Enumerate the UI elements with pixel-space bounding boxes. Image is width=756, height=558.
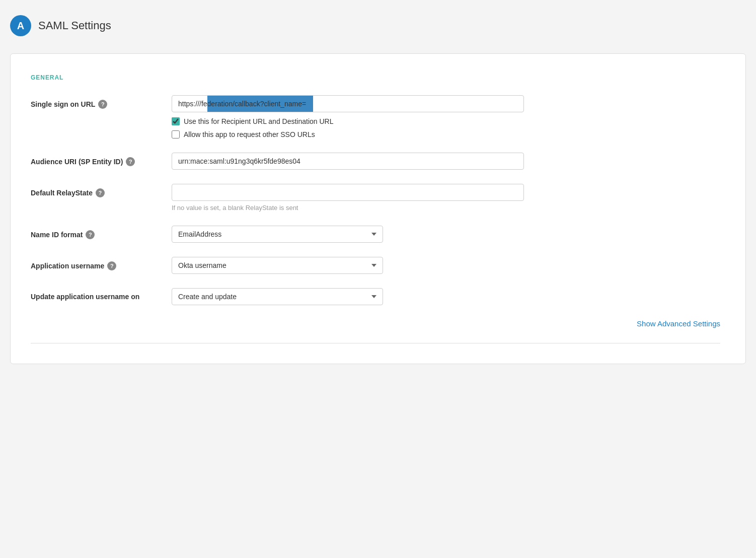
page-header: A SAML Settings (10, 10, 746, 41)
sso-url-input[interactable] (172, 95, 524, 112)
allow-sso-checkbox[interactable] (172, 130, 180, 138)
relay-state-label: Default RelayState ? (31, 184, 162, 197)
update-username-select[interactable]: Create and update Create only (172, 288, 383, 305)
audience-uri-help-icon[interactable]: ? (126, 157, 135, 166)
name-id-format-help-icon[interactable]: ? (86, 230, 95, 239)
relay-state-help-icon[interactable]: ? (96, 188, 105, 197)
name-id-format-select[interactable]: EmailAddress Unspecified x509SubjectName… (172, 226, 383, 243)
name-id-format-controls: EmailAddress Unspecified x509SubjectName… (172, 226, 524, 243)
card-divider (31, 343, 720, 343)
allow-sso-label[interactable]: Allow this app to request other SSO URLs (184, 130, 315, 138)
sso-url-label: Single sign on URL ? (31, 95, 162, 109)
app-username-help-icon[interactable]: ? (107, 261, 116, 270)
sso-url-controls: Use this for Recipient URL and Destinati… (172, 95, 524, 138)
show-advanced-settings-link[interactable]: Show Advanced Settings (637, 319, 720, 328)
app-username-select[interactable]: Okta username Email Custom (172, 257, 383, 274)
app-username-controls: Okta username Email Custom (172, 257, 524, 274)
audience-uri-input[interactable] (172, 153, 524, 170)
page-title: SAML Settings (38, 19, 111, 32)
allow-sso-checkbox-row: Allow this app to request other SSO URLs (172, 130, 524, 138)
update-username-label: Update application username on (31, 288, 162, 301)
recipient-url-checkbox-row: Use this for Recipient URL and Destinati… (172, 117, 524, 125)
section-label: GENERAL (31, 74, 720, 81)
audience-uri-row: Audience URI (SP Entity ID) ? (31, 153, 720, 170)
name-id-format-label: Name ID format ? (31, 226, 162, 239)
name-id-format-row: Name ID format ? EmailAddress Unspecifie… (31, 226, 720, 243)
settings-card: GENERAL Single sign on URL ? Use this fo… (10, 53, 746, 364)
sso-url-help-icon[interactable]: ? (98, 100, 107, 109)
advanced-settings-section: Show Advanced Settings (31, 319, 720, 328)
avatar: A (10, 15, 31, 36)
sso-url-row: Single sign on URL ? Use this for Recipi… (31, 95, 720, 138)
app-username-row: Application username ? Okta username Ema… (31, 257, 720, 274)
audience-uri-controls (172, 153, 524, 170)
update-username-row: Update application username on Create an… (31, 288, 720, 305)
relay-state-controls: If no value is set, a blank RelayState i… (172, 184, 524, 212)
relay-state-input[interactable] (172, 184, 524, 201)
recipient-url-label[interactable]: Use this for Recipient URL and Destinati… (184, 117, 334, 125)
recipient-url-checkbox[interactable] (172, 117, 180, 125)
audience-uri-label: Audience URI (SP Entity ID) ? (31, 153, 162, 166)
relay-state-hint: If no value is set, a blank RelayState i… (172, 204, 524, 212)
app-username-label: Application username ? (31, 257, 162, 270)
update-username-controls: Create and update Create only (172, 288, 524, 305)
relay-state-row: Default RelayState ? If no value is set,… (31, 184, 720, 212)
